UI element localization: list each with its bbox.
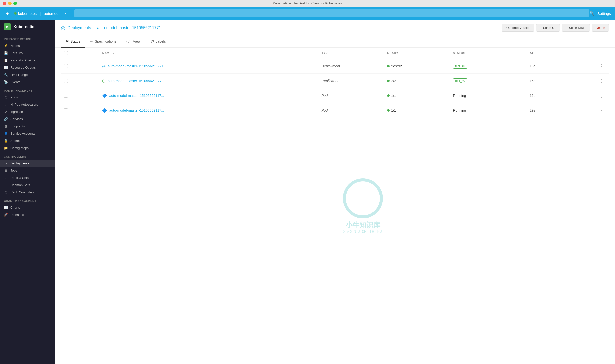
- row2-name-link[interactable]: ⬡ auto-model-master-151055621177...: [102, 79, 316, 84]
- sidebar-item-label-events: Events: [10, 80, 20, 84]
- close-button[interactable]: [3, 2, 6, 5]
- scale-up-button[interactable]: + Scale Up: [536, 24, 560, 32]
- sidebar-item-replica-sets[interactable]: ⬡ Replica Sets: [0, 174, 55, 182]
- row3-status-cell: Running: [450, 88, 527, 103]
- sidebar-section-pod-management: Pod Management ⬡ Pods ↕ H. Pod Autoscale…: [0, 86, 55, 152]
- maximize-button[interactable]: [14, 2, 17, 5]
- row1-ready: 2/2/2/2: [387, 64, 447, 68]
- tab-view[interactable]: </> View: [122, 36, 146, 48]
- sidebar-item-config-maps[interactable]: 📁 Config Maps: [0, 144, 55, 152]
- search-input[interactable]: [74, 10, 590, 18]
- pod-row-icon-3: 🔷: [102, 94, 107, 98]
- sidebar-item-h-pod-autoscalers[interactable]: ↕ H. Pod Autoscalers: [0, 101, 55, 108]
- namespace-dropdown-icon[interactable]: ▼: [64, 12, 68, 15]
- sidebar-item-daemon-sets[interactable]: ⬡ Daemon Sets: [0, 182, 55, 189]
- sidebar-item-endpoints[interactable]: ◎ Endpoints: [0, 123, 55, 130]
- row4-type-text: Pod: [322, 108, 328, 112]
- row4-checkbox[interactable]: [64, 108, 68, 112]
- sidebar-item-pods[interactable]: ⬡ Pods: [0, 94, 55, 101]
- row4-menu-button[interactable]: ⋮: [598, 107, 606, 114]
- sidebar-item-deployments[interactable]: ○ Deployments: [0, 160, 55, 167]
- search-icon: 🔍: [590, 11, 594, 16]
- row1-ready-text: 2/2/2/2: [391, 64, 402, 68]
- apps-icon[interactable]: ⊞: [4, 9, 11, 18]
- tab-labels[interactable]: 🏷 Labels: [146, 36, 171, 48]
- section-title-controllers: Controllers: [0, 152, 55, 160]
- tab-status[interactable]: ❤ Status: [61, 36, 86, 48]
- table-row: ◎ auto-model-master-1510556211771 Deploy…: [61, 59, 609, 74]
- cluster-selector[interactable]: kubernetes: [14, 12, 37, 16]
- row3-ready-text: 1/1: [391, 94, 396, 98]
- row1-menu-button[interactable]: ⋮: [598, 62, 606, 70]
- sidebar-item-services[interactable]: 🔗 Services: [0, 116, 55, 123]
- delete-button[interactable]: Delete: [592, 24, 609, 32]
- row1-type-text: Deployment: [322, 64, 340, 68]
- row3-name-link[interactable]: 🔷 auto-model-master-15105562117...: [102, 94, 316, 98]
- sidebar-item-releases[interactable]: 🚀 Releases: [0, 211, 55, 218]
- row2-age-cell: 16d: [527, 74, 582, 88]
- sidebar-item-label-daemon-sets: Daemon Sets: [10, 183, 30, 187]
- row2-checkbox[interactable]: [64, 79, 68, 83]
- sidebar-item-pers-vol-claims[interactable]: 📋 Pers. Vol. Claims: [0, 57, 55, 64]
- row2-type-cell: ReplicaSet: [318, 74, 384, 88]
- sidebar-item-nodes[interactable]: ⚡ Nodes: [0, 42, 55, 50]
- releases-icon: 🚀: [4, 213, 8, 217]
- sidebar-item-charts[interactable]: 📊 Charts: [0, 204, 55, 211]
- row4-name-link[interactable]: 🔷 auto-model-master-15105562117...: [102, 108, 316, 113]
- sidebar-item-events[interactable]: 📡 Events: [0, 78, 55, 86]
- col-header-actions: [582, 48, 609, 59]
- sidebar-item-service-accounts[interactable]: 👤 Service Accounts: [0, 130, 55, 137]
- row2-name-text: auto-model-master-151055621177...: [108, 79, 164, 83]
- h-pod-autoscalers-icon: ↕: [4, 103, 8, 106]
- row2-ready: 2/2: [387, 79, 447, 83]
- sidebar-item-secrets[interactable]: 🔒 Secrets: [0, 137, 55, 144]
- sidebar-item-label-jobs: Jobs: [10, 169, 17, 172]
- row1-name-text: auto-model-master-1510556211771: [108, 64, 164, 68]
- col-header-type: TYPE: [318, 48, 384, 59]
- row4-type-cell: Pod: [318, 103, 384, 118]
- row3-checkbox[interactable]: [64, 94, 68, 98]
- sidebar-item-label-services: Services: [10, 117, 23, 121]
- sidebar-item-resource-quotas[interactable]: 📊 Resource Quotas: [0, 64, 55, 71]
- scale-down-button[interactable]: − Scale Down: [562, 24, 590, 32]
- sidebar-item-label-deployments: Deployments: [10, 162, 30, 165]
- section-title-infrastructure: Infrastructure: [0, 34, 55, 42]
- row4-age-text: 29s: [530, 108, 536, 112]
- status-tab-label: Status: [70, 40, 80, 44]
- row1-actions-cell: ⋮: [582, 59, 609, 74]
- update-version-button[interactable]: ↑ Update Version: [502, 24, 534, 32]
- row3-menu-button[interactable]: ⋮: [598, 92, 606, 100]
- table-area: NAME ▼ TYPE READY STATUS AGE: [55, 48, 615, 364]
- sidebar-item-jobs[interactable]: ▤ Jobs: [0, 167, 55, 174]
- sidebar-item-limit-ranges[interactable]: 🔧 Limit Ranges: [0, 71, 55, 78]
- breadcrumb-parent-link[interactable]: Deployments: [68, 26, 91, 30]
- row2-ready-text: 2/2: [391, 79, 396, 83]
- tab-specifications[interactable]: ✏ Specifications: [86, 36, 122, 48]
- ingresses-icon: ↗: [4, 110, 8, 114]
- row2-type-text: ReplicaSet: [322, 79, 338, 83]
- sidebar-item-repl-controllers[interactable]: ⬡ Repl. Controllers: [0, 189, 55, 196]
- select-all-checkbox[interactable]: [64, 51, 68, 55]
- col-header-name[interactable]: NAME ▼: [99, 48, 318, 59]
- row4-checkbox-cell: [61, 103, 99, 118]
- watermark-en-text: XIAO NIU ZHI SHI KU: [343, 230, 383, 234]
- sidebar-item-pers-vol[interactable]: 💾 Pers. Vol.: [0, 50, 55, 57]
- main-content: ◎ Deployments › auto-model-master-151055…: [55, 20, 615, 364]
- table-row: 🔷 auto-model-master-15105562117... Pod: [61, 103, 609, 118]
- row2-menu-button[interactable]: ⋮: [598, 77, 606, 85]
- minimize-button[interactable]: [8, 2, 12, 5]
- row3-status-text: Running: [453, 94, 466, 98]
- settings-link[interactable]: Settings: [598, 12, 611, 16]
- sidebar-logo: K Kubernetic: [0, 20, 55, 34]
- sidebar-item-ingresses[interactable]: ↗ Ingresses: [0, 108, 55, 116]
- status-tab-icon: ❤: [66, 40, 69, 44]
- cluster-name: kubernetes: [18, 12, 37, 16]
- titlebar: Kubernetic – The Desktop Client for Kube…: [0, 0, 615, 7]
- breadcrumb-current-page: auto-model-master-1510556211771: [97, 26, 161, 30]
- namespace-name[interactable]: automodel: [44, 12, 62, 16]
- row1-name-link[interactable]: ◎ auto-model-master-1510556211771: [102, 64, 316, 69]
- sidebar-item-label-nodes: Nodes: [10, 44, 20, 48]
- row2-status-badge: test_40: [453, 78, 467, 84]
- row3-age-text: 16d: [530, 94, 536, 98]
- row1-checkbox[interactable]: [64, 64, 68, 68]
